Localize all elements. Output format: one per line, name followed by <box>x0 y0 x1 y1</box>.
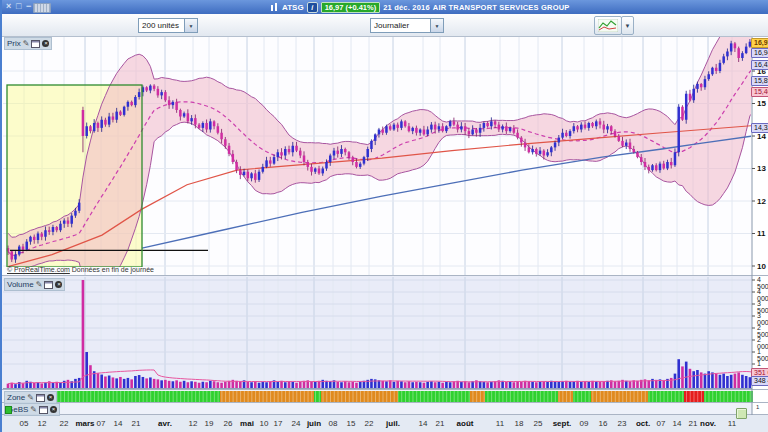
candlestick-icon <box>270 3 279 12</box>
chart-style-icon <box>598 19 618 32</box>
date-tick: 21 <box>689 419 698 428</box>
date-tick: 11 <box>496 419 504 428</box>
chart-style-button[interactable] <box>594 16 622 35</box>
date-tick: 08 <box>329 419 338 428</box>
units-select[interactable]: 200 unités ▼ <box>138 18 198 33</box>
date-tick: août <box>457 419 474 428</box>
date-tick: 14 <box>419 419 428 428</box>
zone-pane-label: Zone <box>7 393 25 402</box>
close-window-button[interactable]: × <box>6 0 11 13</box>
date-tick: 21 <box>436 419 445 428</box>
date-tick: 12 <box>38 419 47 428</box>
date-axis: 051222mars071421avr.121926mai101724juin0… <box>2 0 768 432</box>
copyright-notice: © ProRealTime.com Données en fin de jour… <box>7 266 154 273</box>
date-tick: 14 <box>114 419 123 428</box>
symbol-label[interactable]: ATSG <box>282 3 304 12</box>
gebs-pane-header: GeBS ✎ × <box>4 403 60 416</box>
wrench-icon[interactable]: ✎ <box>27 393 34 402</box>
date-tick: 25 <box>534 419 543 428</box>
close-pane-icon[interactable]: × <box>55 281 62 288</box>
date-tick: 14 <box>673 419 682 428</box>
date-tick: 24 <box>292 419 301 428</box>
date-tick: 15 <box>347 419 356 428</box>
date-tick: 21 <box>132 419 141 428</box>
date-tick: 22 <box>60 419 69 428</box>
toolbar: 200 unités ▼ Journalier ▼ ▼ <box>2 14 768 37</box>
date-tick: juil. <box>386 419 400 428</box>
date-tick: 19 <box>205 419 214 428</box>
date-tick: sept. <box>553 419 572 428</box>
date-tick: 07 <box>97 419 106 428</box>
date-tick: 11 <box>728 419 736 428</box>
window-icon[interactable] <box>36 394 45 402</box>
scroll-handle-icon[interactable] <box>736 408 747 419</box>
info-icon[interactable]: i <box>307 2 318 13</box>
date-tick: 09 <box>580 419 589 428</box>
date-tick: 18 <box>515 419 524 428</box>
date-tick: 16 <box>599 419 608 428</box>
wrench-icon[interactable]: ✎ <box>30 405 37 414</box>
date-tick: oct. <box>636 419 650 428</box>
chart-style-dropdown[interactable]: ▼ <box>621 16 634 35</box>
wrench-icon[interactable]: ✎ <box>36 280 43 289</box>
price-pane-header: Prix ✎ × <box>4 37 52 50</box>
date-tick: 26 <box>224 419 233 428</box>
last-price-badge: 16,97 (+0.41%) <box>321 2 381 13</box>
close-pane-icon[interactable]: × <box>50 406 57 413</box>
date-tick: 05 <box>20 419 29 428</box>
date-tick: 22 <box>365 419 374 428</box>
date-tick: mars <box>75 419 94 428</box>
gebs-axis-value: 1 <box>756 404 759 410</box>
volume-pane-header: Volume ✎ × <box>4 278 65 291</box>
title-bar: × □ − ATSG i 16,97 (+0.41%) 21 déc. 2016… <box>2 0 768 14</box>
date-tick: avr. <box>158 419 172 428</box>
close-pane-icon[interactable]: × <box>42 40 49 47</box>
date-tick: 17 <box>274 419 283 428</box>
window-icon[interactable] <box>39 406 48 414</box>
window-icon[interactable] <box>44 281 53 289</box>
date-tick: mai <box>240 419 254 428</box>
window-icon[interactable] <box>31 40 40 48</box>
prorealtime-link[interactable]: © ProRealTime.com <box>7 266 70 273</box>
wrench-icon[interactable]: ✎ <box>23 39 30 48</box>
date-tick: 07 <box>657 419 666 428</box>
gebs-signal-mark <box>5 406 12 414</box>
units-select-arrow[interactable]: ▼ <box>184 19 197 32</box>
date-tick: juin <box>307 419 321 428</box>
period-select-arrow[interactable]: ▼ <box>430 19 443 32</box>
instrument-header: ATSG i 16,97 (+0.41%) 21 déc. 2016 AIR T… <box>270 1 570 13</box>
price-pane-label: Prix <box>7 39 21 48</box>
date-tick: nov. <box>700 419 716 428</box>
instrument-name: AIR TRANSPORT SERVICES GROUP <box>433 3 570 12</box>
minimize-window-button[interactable]: − <box>26 0 31 13</box>
volume-pane-label: Volume <box>7 280 34 289</box>
date-tick: 10 <box>260 419 269 428</box>
period-select[interactable]: Journalier ▼ <box>370 18 444 33</box>
maximize-window-button[interactable]: □ <box>16 0 21 13</box>
date-tick: 12 <box>189 419 198 428</box>
date-tick: 23 <box>618 419 627 428</box>
keyboard-icon[interactable] <box>33 3 51 13</box>
prorealtime-window: × □ − ATSG i 16,97 (+0.41%) 21 déc. 2016… <box>0 0 768 432</box>
instrument-date: 21 déc. 2016 <box>383 3 430 12</box>
close-pane-icon[interactable]: × <box>47 394 54 401</box>
